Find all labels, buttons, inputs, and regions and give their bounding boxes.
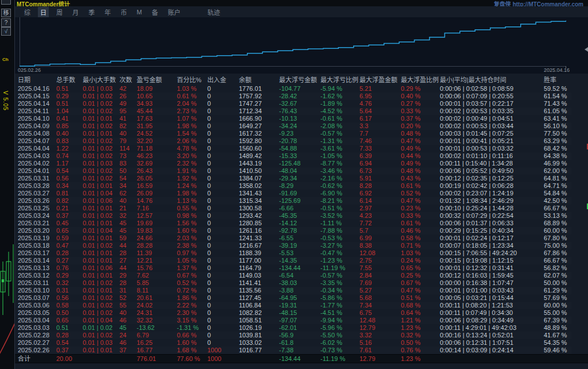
table-row[interactable]: 2025.04.100.410.01 | 0.014117.631.07 %01… xyxy=(18,115,571,122)
cell-max-float-profit: 7.55 xyxy=(359,264,401,272)
version-label: V 5.05 xyxy=(2,91,9,111)
chart-start-date-label: 025.02.26 xyxy=(18,67,41,73)
table-row[interactable]: 2025.02.260.370.01 | 0.013716.771.68 %10… xyxy=(18,347,571,354)
table-row[interactable]: 2025.03.070.560.01 | 0.025220.611.86 %01… xyxy=(18,294,571,302)
help-button[interactable]: ? xyxy=(1,18,11,27)
table-row[interactable]: 2025.04.021.170.01 | 0.038332.692.32 %01… xyxy=(18,160,571,167)
table-row[interactable]: 2025.04.160.510.01 | 0.034218.091.03 %01… xyxy=(18,85,571,93)
table-row[interactable]: 2025.04.150.290.01 | 0.022610.650.61 %01… xyxy=(18,93,571,100)
table-row[interactable]: 2025.03.200.650.01 | 0.044519.831.60 %01… xyxy=(18,227,571,235)
table-row[interactable]: 2025.04.070.830.01 | 0.027932.202.06 %01… xyxy=(18,137,571,145)
cell-max-float-loss-pct: -3.52 % xyxy=(320,212,359,220)
table-row[interactable]: 2025.04.080.400.01 | 0.014024.521.54 %01… xyxy=(18,130,571,137)
cell-deposit: 0 xyxy=(207,294,239,302)
cell-deposit: 0 xyxy=(207,242,239,249)
move-button[interactable]: 移 xyxy=(1,9,11,17)
table-row[interactable]: 2025.03.110.320.01 | 0.02285.850.52 %011… xyxy=(18,279,571,287)
cell-holding-time: 0:00:12 | 0:02:35 | 0:12:25 xyxy=(440,175,536,182)
cell-max-float-loss-pct: -11.19 % xyxy=(320,264,359,272)
table-row[interactable]: 2025.02.280.280.01 | 0.02246.790.66 %010… xyxy=(18,332,571,339)
tab-day[interactable]: 日 xyxy=(38,7,49,17)
header-max-float-loss: 最大浮亏金额 xyxy=(279,74,320,85)
table-row[interactable]: 2025.03.060.580.01 | 0.025524.022.22 %01… xyxy=(18,302,571,309)
table-row[interactable]: 2025.02.270.540.01 | 0.034616.251.60 %01… xyxy=(18,339,571,347)
tab-month[interactable]: 月 xyxy=(70,7,81,17)
cell-holding-time: 0:00:07 | 0:18:05 | 1:23:34 xyxy=(440,242,536,249)
table-row[interactable]: 2025.04.030.740.01 | 0.027346.233.20 %01… xyxy=(18,152,571,160)
cell-deposit: 0 xyxy=(207,122,239,130)
cell-total-lots: 0.82 xyxy=(56,197,83,205)
table-row[interactable]: 2025.03.250.210.01 | 0.01217.160.55 %013… xyxy=(18,205,571,212)
brand-link[interactable]: 复盘侠 http://MTCommander.com xyxy=(494,0,583,6)
table-row[interactable]: 2025.03.180.470.01 | 0.024428.282.38 %01… xyxy=(18,242,571,249)
tab-year[interactable]: 年 xyxy=(102,7,113,17)
table-row[interactable]: 2025.04.090.850.01 | 0.028231.951.98 %01… xyxy=(18,122,571,130)
partial-button[interactable] xyxy=(1,0,11,5)
cell-max-float-loss: -28.42 xyxy=(279,93,320,100)
table-row[interactable]: 2025.03.270.810.01 | 0.046226.091.98 %01… xyxy=(18,190,571,197)
header-balance: 余额 xyxy=(239,74,279,85)
table-row[interactable]: 2025.03.120.290.01 | 0.01297.620.67 %011… xyxy=(18,272,571,279)
cell-pl-amount: 8.11 xyxy=(137,287,177,294)
cell-pl-amount: 16.59 xyxy=(137,182,177,190)
cell-holding-time: 0:00:19 | 0:02:42 | 0:06:28 xyxy=(440,182,536,190)
table-row[interactable]: 2025.03.050.500.01 | 0.024024.312.30 %01… xyxy=(18,309,571,317)
cell-win-rate: 54.35 % xyxy=(536,339,571,347)
cell-trades: 37 xyxy=(119,347,137,354)
cell-max-float-profit: 12.79 xyxy=(359,355,401,363)
cell-min-max-lots: 0.01 | 0.02 xyxy=(83,122,119,130)
tab-m[interactable]: M xyxy=(134,8,144,16)
table-row[interactable]: 2025.04.041.220.01 | 0.0211471.184.78 %0… xyxy=(18,145,571,152)
cell-win-rate: 64.81 % xyxy=(536,175,571,182)
statistics-window: MTCommander统计 复盘侠 http://MTCommander.com… xyxy=(14,0,588,369)
cell-max-float-loss: -134.44 xyxy=(279,355,320,363)
cell-total-lots: 0.40 xyxy=(56,130,83,137)
table-row[interactable]: 2025.04.140.510.01 | 0.024934.932.04 %01… xyxy=(18,100,571,107)
cell-date: 2025.03.14 xyxy=(18,257,56,264)
tab-week[interactable]: 周 xyxy=(54,7,65,17)
tab-trajectory[interactable]: 轨迹 xyxy=(205,7,222,17)
table-row[interactable]: 2025.03.240.370.01 | 0.023212.570.98 %01… xyxy=(18,212,571,220)
cell-deposit: 0 xyxy=(207,287,239,294)
cell-pl-amount: 7.62 xyxy=(137,272,177,279)
table-row[interactable]: 2025.03.280.340.01 | 0.013416.591.24 %01… xyxy=(18,182,571,190)
table-row[interactable]: 2025.03.210.450.01 | 0.014519.691.56 %01… xyxy=(18,220,571,227)
cell-trades: 45 xyxy=(119,220,137,227)
cell-max-float-profit-pct: 0.46 % xyxy=(401,227,440,235)
cell-trades: 46 xyxy=(119,317,137,324)
cell-pl-amount: -13.62 xyxy=(137,324,177,332)
check-button[interactable]: √ xyxy=(1,27,11,36)
tab-note[interactable]: 备 xyxy=(149,7,160,17)
table-row[interactable]: 2025.03.040.650.01 | 0.044632.323.15 %01… xyxy=(18,317,571,324)
cell-total-lots: 0.37 xyxy=(56,212,83,220)
table-row[interactable]: 2025.03.310.560.01 | 0.025426.051.92 %01… xyxy=(18,175,571,182)
cell-max-float-profit-pct: 0.67 % xyxy=(401,279,440,287)
cell-max-float-loss: -19.31 xyxy=(279,302,320,309)
cell-deposit: 0 xyxy=(207,264,239,272)
cell-deposit: 0 xyxy=(207,130,239,137)
cell-balance: 1241.33 xyxy=(239,235,279,242)
total-row: 合计20.00776.0177.60 %1000-134.44-11.19 %1… xyxy=(18,355,571,363)
cell-deposit: 0 xyxy=(207,257,239,264)
tab-quarter[interactable]: 季 xyxy=(86,7,97,17)
table-row[interactable]: 2025.04.010.540.01 | 0.025026.431.91 %01… xyxy=(18,167,571,175)
table-row[interactable]: 2025.03.170.280.01 | 0.012811.390.97 %01… xyxy=(18,249,571,257)
tab-summary[interactable]: 综 xyxy=(22,7,33,17)
cell-pl-percent: 0.66 % xyxy=(177,332,207,339)
cell-win-rate: 75.00 % xyxy=(536,242,571,249)
table-row[interactable]: 2025.03.030.510.01 | 0.0245-13.62-1.31 %… xyxy=(18,324,571,332)
cell-balance: 1747.27 xyxy=(239,100,279,107)
tab-currency[interactable]: 币 xyxy=(118,7,129,17)
table-row[interactable]: 2025.03.130.760.01 | 0.064415.761.37 %01… xyxy=(18,264,571,272)
cell-trades: 44 xyxy=(119,264,137,272)
table-row[interactable]: 2025.04.111.040.01 | 0.029545.442.73 %01… xyxy=(18,107,571,115)
tab-account[interactable]: 账户 xyxy=(165,7,183,17)
cell-balance: 1026.19 xyxy=(239,324,279,332)
cell-max-float-profit: 4.23 xyxy=(359,212,401,220)
table-row[interactable]: 2025.03.190.590.01 | 0.015924.662.03 %01… xyxy=(18,235,571,242)
table-row[interactable]: 2025.03.100.310.01 | 0.01318.110.72 %011… xyxy=(18,287,571,294)
cell-max-float-loss: -32.67 xyxy=(279,100,320,107)
cell-balance: 1315.34 xyxy=(239,197,279,205)
table-row[interactable]: 2025.03.260.820.01 | 0.064014.761.13 %01… xyxy=(18,197,571,205)
table-row[interactable]: 2025.03.140.270.01 | 0.012712.211.05 %01… xyxy=(18,257,571,264)
